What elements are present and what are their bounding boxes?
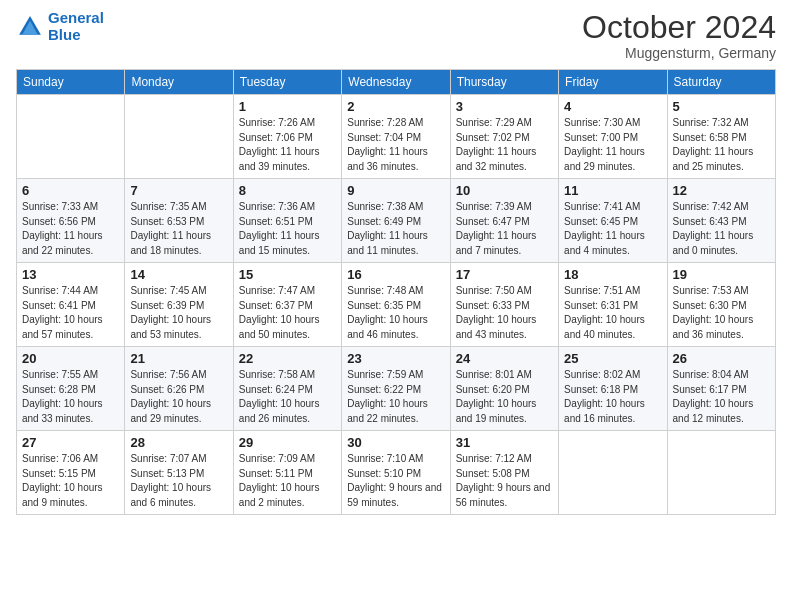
calendar-cell: 20Sunrise: 7:55 AMSunset: 6:28 PMDayligh…: [17, 347, 125, 431]
day-info: Sunrise: 7:42 AMSunset: 6:43 PMDaylight:…: [673, 200, 770, 258]
day-info: Sunrise: 7:44 AMSunset: 6:41 PMDaylight:…: [22, 284, 119, 342]
calendar-cell: 6Sunrise: 7:33 AMSunset: 6:56 PMDaylight…: [17, 179, 125, 263]
calendar-cell: 30Sunrise: 7:10 AMSunset: 5:10 PMDayligh…: [342, 431, 450, 515]
day-number: 10: [456, 183, 553, 198]
day-info: Sunrise: 7:45 AMSunset: 6:39 PMDaylight:…: [130, 284, 227, 342]
day-number: 22: [239, 351, 336, 366]
day-number: 27: [22, 435, 119, 450]
calendar-week-row: 20Sunrise: 7:55 AMSunset: 6:28 PMDayligh…: [17, 347, 776, 431]
day-number: 26: [673, 351, 770, 366]
day-number: 17: [456, 267, 553, 282]
day-info: Sunrise: 8:04 AMSunset: 6:17 PMDaylight:…: [673, 368, 770, 426]
calendar-cell: 18Sunrise: 7:51 AMSunset: 6:31 PMDayligh…: [559, 263, 667, 347]
day-number: 3: [456, 99, 553, 114]
calendar-cell: 31Sunrise: 7:12 AMSunset: 5:08 PMDayligh…: [450, 431, 558, 515]
calendar-week-row: 6Sunrise: 7:33 AMSunset: 6:56 PMDaylight…: [17, 179, 776, 263]
day-number: 9: [347, 183, 444, 198]
day-number: 14: [130, 267, 227, 282]
calendar-header-row: SundayMondayTuesdayWednesdayThursdayFrid…: [17, 70, 776, 95]
day-number: 15: [239, 267, 336, 282]
day-number: 12: [673, 183, 770, 198]
day-number: 19: [673, 267, 770, 282]
day-number: 7: [130, 183, 227, 198]
location: Muggensturm, Germany: [582, 45, 776, 61]
calendar-cell: 8Sunrise: 7:36 AMSunset: 6:51 PMDaylight…: [233, 179, 341, 263]
day-info: Sunrise: 7:09 AMSunset: 5:11 PMDaylight:…: [239, 452, 336, 510]
day-info: Sunrise: 7:59 AMSunset: 6:22 PMDaylight:…: [347, 368, 444, 426]
calendar-cell: 25Sunrise: 8:02 AMSunset: 6:18 PMDayligh…: [559, 347, 667, 431]
day-info: Sunrise: 7:30 AMSunset: 7:00 PMDaylight:…: [564, 116, 661, 174]
calendar-cell: 27Sunrise: 7:06 AMSunset: 5:15 PMDayligh…: [17, 431, 125, 515]
day-info: Sunrise: 7:58 AMSunset: 6:24 PMDaylight:…: [239, 368, 336, 426]
day-info: Sunrise: 7:39 AMSunset: 6:47 PMDaylight:…: [456, 200, 553, 258]
calendar-cell: 28Sunrise: 7:07 AMSunset: 5:13 PMDayligh…: [125, 431, 233, 515]
day-info: Sunrise: 7:48 AMSunset: 6:35 PMDaylight:…: [347, 284, 444, 342]
day-info: Sunrise: 7:28 AMSunset: 7:04 PMDaylight:…: [347, 116, 444, 174]
day-info: Sunrise: 7:12 AMSunset: 5:08 PMDaylight:…: [456, 452, 553, 510]
day-info: Sunrise: 7:29 AMSunset: 7:02 PMDaylight:…: [456, 116, 553, 174]
day-number: 18: [564, 267, 661, 282]
calendar-cell: 14Sunrise: 7:45 AMSunset: 6:39 PMDayligh…: [125, 263, 233, 347]
calendar-cell: 23Sunrise: 7:59 AMSunset: 6:22 PMDayligh…: [342, 347, 450, 431]
day-info: Sunrise: 7:55 AMSunset: 6:28 PMDaylight:…: [22, 368, 119, 426]
day-number: 28: [130, 435, 227, 450]
calendar-cell: 7Sunrise: 7:35 AMSunset: 6:53 PMDaylight…: [125, 179, 233, 263]
day-info: Sunrise: 7:50 AMSunset: 6:33 PMDaylight:…: [456, 284, 553, 342]
calendar-cell: 11Sunrise: 7:41 AMSunset: 6:45 PMDayligh…: [559, 179, 667, 263]
calendar-cell: 15Sunrise: 7:47 AMSunset: 6:37 PMDayligh…: [233, 263, 341, 347]
day-number: 1: [239, 99, 336, 114]
day-info: Sunrise: 7:56 AMSunset: 6:26 PMDaylight:…: [130, 368, 227, 426]
day-number: 30: [347, 435, 444, 450]
day-number: 5: [673, 99, 770, 114]
day-number: 6: [22, 183, 119, 198]
page: General Blue October 2024 Muggensturm, G…: [0, 0, 792, 612]
weekday-header: Saturday: [667, 70, 775, 95]
calendar-week-row: 13Sunrise: 7:44 AMSunset: 6:41 PMDayligh…: [17, 263, 776, 347]
day-info: Sunrise: 7:47 AMSunset: 6:37 PMDaylight:…: [239, 284, 336, 342]
day-info: Sunrise: 7:33 AMSunset: 6:56 PMDaylight:…: [22, 200, 119, 258]
calendar-cell: 13Sunrise: 7:44 AMSunset: 6:41 PMDayligh…: [17, 263, 125, 347]
calendar-table: SundayMondayTuesdayWednesdayThursdayFrid…: [16, 69, 776, 515]
calendar-week-row: 1Sunrise: 7:26 AMSunset: 7:06 PMDaylight…: [17, 95, 776, 179]
day-number: 2: [347, 99, 444, 114]
day-number: 11: [564, 183, 661, 198]
weekday-header: Wednesday: [342, 70, 450, 95]
day-number: 31: [456, 435, 553, 450]
day-info: Sunrise: 7:51 AMSunset: 6:31 PMDaylight:…: [564, 284, 661, 342]
calendar-cell: 26Sunrise: 8:04 AMSunset: 6:17 PMDayligh…: [667, 347, 775, 431]
day-number: 25: [564, 351, 661, 366]
day-info: Sunrise: 8:02 AMSunset: 6:18 PMDaylight:…: [564, 368, 661, 426]
day-info: Sunrise: 7:38 AMSunset: 6:49 PMDaylight:…: [347, 200, 444, 258]
calendar-cell: [559, 431, 667, 515]
day-info: Sunrise: 7:41 AMSunset: 6:45 PMDaylight:…: [564, 200, 661, 258]
logo-icon: [16, 13, 44, 41]
day-number: 13: [22, 267, 119, 282]
calendar-cell: 9Sunrise: 7:38 AMSunset: 6:49 PMDaylight…: [342, 179, 450, 263]
calendar-cell: 12Sunrise: 7:42 AMSunset: 6:43 PMDayligh…: [667, 179, 775, 263]
logo-line1: General: [48, 9, 104, 26]
calendar-cell: 5Sunrise: 7:32 AMSunset: 6:58 PMDaylight…: [667, 95, 775, 179]
day-number: 16: [347, 267, 444, 282]
day-number: 24: [456, 351, 553, 366]
logo-line2: Blue: [48, 26, 81, 43]
calendar-cell: 2Sunrise: 7:28 AMSunset: 7:04 PMDaylight…: [342, 95, 450, 179]
calendar-cell: [17, 95, 125, 179]
calendar-cell: 10Sunrise: 7:39 AMSunset: 6:47 PMDayligh…: [450, 179, 558, 263]
day-number: 23: [347, 351, 444, 366]
calendar-cell: 3Sunrise: 7:29 AMSunset: 7:02 PMDaylight…: [450, 95, 558, 179]
calendar-cell: 17Sunrise: 7:50 AMSunset: 6:33 PMDayligh…: [450, 263, 558, 347]
calendar-week-row: 27Sunrise: 7:06 AMSunset: 5:15 PMDayligh…: [17, 431, 776, 515]
day-info: Sunrise: 7:53 AMSunset: 6:30 PMDaylight:…: [673, 284, 770, 342]
day-info: Sunrise: 7:35 AMSunset: 6:53 PMDaylight:…: [130, 200, 227, 258]
day-number: 20: [22, 351, 119, 366]
calendar-cell: 16Sunrise: 7:48 AMSunset: 6:35 PMDayligh…: [342, 263, 450, 347]
weekday-header: Sunday: [17, 70, 125, 95]
calendar-cell: [125, 95, 233, 179]
calendar-cell: 4Sunrise: 7:30 AMSunset: 7:00 PMDaylight…: [559, 95, 667, 179]
day-info: Sunrise: 7:06 AMSunset: 5:15 PMDaylight:…: [22, 452, 119, 510]
day-info: Sunrise: 8:01 AMSunset: 6:20 PMDaylight:…: [456, 368, 553, 426]
calendar-cell: 1Sunrise: 7:26 AMSunset: 7:06 PMDaylight…: [233, 95, 341, 179]
logo: General Blue: [16, 10, 104, 43]
day-info: Sunrise: 7:10 AMSunset: 5:10 PMDaylight:…: [347, 452, 444, 510]
weekday-header: Monday: [125, 70, 233, 95]
